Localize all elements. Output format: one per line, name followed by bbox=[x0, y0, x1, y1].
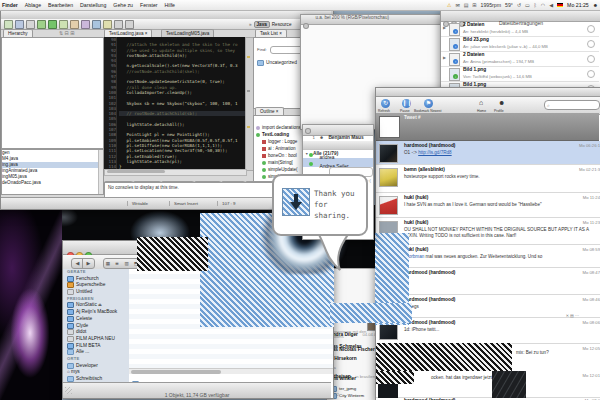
annotation-icon[interactable] bbox=[103, 20, 112, 29]
tweet-row[interactable]: hukl (hukl) @orbman mal was neues anguck… bbox=[376, 245, 600, 268]
group-row[interactable]: ▼ Alle (21/79) bbox=[303, 141, 373, 150]
transfer-row[interactable]: ↑ Bild 23.png An: juliae von bleckerik (… bbox=[441, 36, 599, 52]
close-icon[interactable]: × bbox=[276, 109, 279, 114]
sidebar-item-celeste[interactable]: Celeste bbox=[63, 316, 129, 323]
fan-rpm-status[interactable]: 1995rpm bbox=[481, 2, 501, 8]
sidebar-item-superscheibe[interactable]: Superscheibe bbox=[63, 282, 129, 289]
task-category-row[interactable]: Uncategorized bbox=[257, 60, 297, 66]
notification-bubble[interactable]: Thank you for sharing. bbox=[272, 174, 368, 236]
hierarchy-panel[interactable] bbox=[1, 37, 104, 149]
transfer-row[interactable]: ▶ ↑ 2 Dateien An: Anina (primabeschert) … bbox=[441, 51, 599, 67]
buddy-row[interactable]: Andrea Seiler bbox=[303, 158, 373, 167]
mail-icon[interactable]: ✉ bbox=[455, 2, 459, 8]
timemachine-icon[interactable]: ↺ bbox=[517, 2, 521, 8]
menu-darstellung[interactable]: Darstellung bbox=[80, 2, 106, 8]
menubar-clock[interactable]: Mo 21:25 bbox=[567, 2, 589, 8]
temperature-status[interactable]: 59° bbox=[505, 2, 513, 8]
sidebar-item-untitled[interactable]: Untitled bbox=[63, 289, 129, 296]
run-icon[interactable] bbox=[48, 20, 57, 29]
user-icon[interactable]: ☻ bbox=[593, 2, 598, 8]
tweet-row[interactable]: hardmood (hardmood) O1 -:> http://is.gd/… bbox=[376, 141, 600, 165]
perspective-java[interactable]: Java bbox=[254, 21, 270, 28]
print-icon[interactable] bbox=[26, 20, 35, 29]
compose-avatar-well[interactable] bbox=[379, 116, 400, 138]
transfer-row[interactable]: ↓ Bild 1.png Von: TwiStEd (webocjunk) – … bbox=[441, 66, 599, 82]
menu-hilfe[interactable]: Hilfe bbox=[165, 2, 175, 8]
refresh-icon[interactable]: ↻ bbox=[381, 99, 390, 108]
printer-icon[interactable]: ▤ bbox=[464, 2, 469, 8]
perspective-resource[interactable]: Resource bbox=[272, 22, 292, 27]
eject-icon[interactable]: ⏏ bbox=[98, 303, 102, 308]
transfer-row[interactable]: ▶ ↑ 2 Dateien An: herzblinkt (herzblinkt… bbox=[441, 21, 599, 37]
search-icon[interactable] bbox=[92, 20, 101, 29]
sidebar-item-didot[interactable]: didot bbox=[63, 329, 129, 336]
sidebar-item-nonstatic[interactable]: NonStatic ⏏ bbox=[63, 302, 129, 309]
tweet-link[interactable]: http://is.gd/7Rd8 bbox=[418, 150, 451, 155]
file-list-scrollbar[interactable] bbox=[98, 150, 103, 194]
new-class-icon[interactable] bbox=[59, 20, 68, 29]
network-icon bbox=[67, 349, 74, 355]
menu-finder[interactable]: Finder bbox=[2, 2, 18, 8]
save-icon[interactable] bbox=[15, 20, 24, 29]
new-package-icon[interactable] bbox=[70, 20, 79, 29]
bookmark-icon[interactable]: ⚑ bbox=[424, 99, 433, 108]
sidebar-item-fenchurch[interactable]: Fenchurch bbox=[63, 276, 129, 283]
close-icon[interactable]: × bbox=[145, 31, 148, 36]
close-button[interactable] bbox=[303, 23, 309, 29]
back-icon[interactable] bbox=[114, 20, 123, 29]
clear-transfer-button[interactable] bbox=[587, 25, 595, 33]
preview-titlebar[interactable]: u.a. bei 200 % (RGB/Pixelvorschau) bbox=[301, 15, 459, 25]
contact-row[interactable]: City Winterm bbox=[330, 393, 364, 399]
tweet-row[interactable]: bemn (allesblinkt) hosteurope support ro… bbox=[376, 165, 600, 193]
close-button[interactable] bbox=[305, 128, 311, 134]
menu-ablage[interactable]: Ablage bbox=[25, 2, 41, 8]
debug-icon[interactable] bbox=[37, 20, 46, 29]
sidebar-item-alle[interactable]: Alle ... bbox=[63, 349, 129, 356]
clear-transfer-button[interactable] bbox=[587, 40, 595, 48]
syrinx-titlebar[interactable]: Syrinx (1 New Tweets) bbox=[376, 88, 600, 97]
sidebar-item-film-alpha[interactable]: FILM ALPHA NEU bbox=[63, 336, 129, 343]
selected-folder-row[interactable]: Torsten Posselts öffentlicher O bbox=[129, 374, 333, 382]
tweet-actions-icons[interactable]: ✕ ▤ ⋯ bbox=[566, 313, 579, 318]
disclosure-triangle-icon[interactable]: ▶ bbox=[443, 25, 446, 30]
code-editor[interactable]: 90 91 92 93 94 95 96 97 98 99 100 101 10… bbox=[104, 37, 245, 169]
close-icon[interactable]: × bbox=[279, 31, 282, 36]
resize-grip[interactable] bbox=[65, 387, 72, 394]
wifi-icon[interactable]: ◠ bbox=[541, 2, 545, 8]
menu-bearbeiten[interactable]: Bearbeiten bbox=[48, 2, 73, 8]
display-icon[interactable]: ▭ bbox=[525, 2, 530, 8]
perspective-overflow-chevron[interactable]: » bbox=[249, 22, 252, 27]
sidebar-item-film-beta[interactable]: FILM BETA bbox=[63, 343, 129, 350]
warning-icon[interactable]: ⚠ bbox=[447, 2, 451, 8]
menu-fenster[interactable]: Fenster bbox=[140, 2, 158, 8]
compose-area[interactable]: Tweet # bbox=[376, 113, 599, 141]
pause-icon[interactable]: ❙❙ bbox=[402, 99, 411, 108]
sidebar-item-developer[interactable]: Developer bbox=[63, 363, 129, 370]
disclosure-triangle-icon[interactable]: ▶ bbox=[443, 55, 446, 60]
forward-icon[interactable] bbox=[125, 20, 134, 29]
bluetooth-icon[interactable]: ᛒ bbox=[534, 2, 537, 8]
tweet-row[interactable]: hardmood (hardmood) Mo 08:47 bbox=[376, 268, 600, 295]
search-input[interactable]: ⌕ bbox=[544, 100, 600, 110]
tweet-row[interactable]: hukl (hukl) OU SHALL NOT MONKEY PATCH WI… bbox=[376, 218, 600, 245]
tweet-row[interactable]: hukl (hukl) I hate SVN as much as I love… bbox=[376, 193, 600, 218]
spaces-icon[interactable]: ⊞ bbox=[472, 2, 476, 8]
volume-icon[interactable]: ◀ bbox=[549, 2, 553, 8]
jar-icon[interactable] bbox=[81, 20, 90, 29]
menu-gehezu[interactable]: Gehe zu bbox=[113, 2, 133, 8]
sidebar-item-macbook[interactable]: Aj Reijn's MacBook bbox=[63, 309, 129, 316]
clear-transfer-button[interactable] bbox=[587, 70, 595, 78]
input-language-flag-icon[interactable] bbox=[557, 3, 563, 8]
forward-button[interactable]: ▶ bbox=[82, 258, 95, 269]
disclosure-triangle-icon[interactable]: ▼ bbox=[305, 152, 308, 156]
home-icon[interactable]: ⌂ bbox=[479, 99, 483, 106]
sidebar-item-home[interactable]: ⌂ mys bbox=[63, 369, 129, 376]
new-wizard-icon[interactable] bbox=[4, 20, 13, 29]
contact-row[interactable]: eas Schmelas bbox=[330, 344, 362, 349]
ichat-titlebar[interactable]: 1 ☻ Benjamin Maus bbox=[303, 125, 373, 136]
clear-transfer-button[interactable] bbox=[587, 55, 595, 63]
sidebar-item-clyde[interactable]: Clyde bbox=[63, 323, 129, 330]
contact-row[interactable]: n Hirsekorn bbox=[330, 356, 357, 361]
profile-icon[interactable]: ☻ bbox=[498, 99, 505, 106]
file-item[interactable]: deOnadoPacc.java bbox=[2, 180, 103, 186]
